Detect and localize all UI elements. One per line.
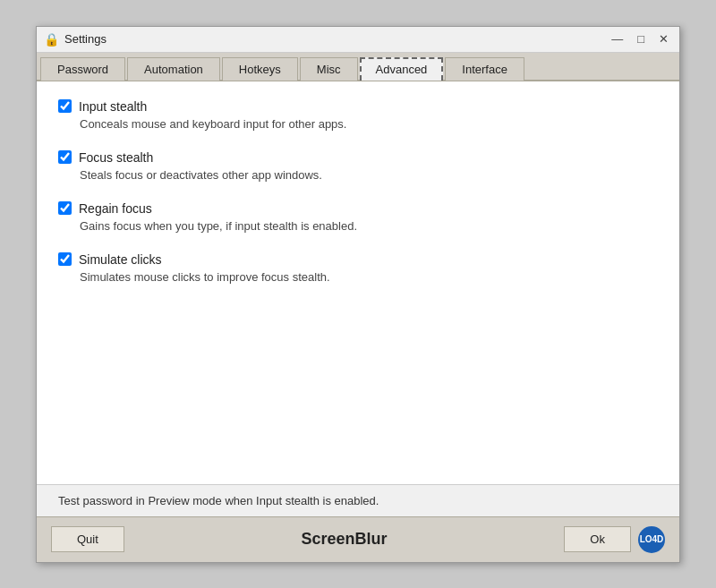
setting-simulate-clicks: Simulate clicks Simulates mouse clicks t…	[58, 252, 658, 284]
simulate-clicks-desc: Simulates mouse clicks to improve focus …	[80, 270, 658, 284]
simulate-clicks-checkbox[interactable]	[58, 252, 72, 266]
regain-focus-title: Regain focus	[79, 201, 152, 216]
input-stealth-checkbox[interactable]	[58, 99, 72, 113]
input-stealth-title: Input stealth	[79, 99, 147, 114]
tab-automation[interactable]: Automation	[127, 57, 220, 81]
brand-name: ScreenBlur	[302, 530, 388, 549]
setting-input-stealth: Input stealth Conceals mouse and keyboar…	[58, 99, 658, 131]
focus-stealth-title: Focus stealth	[79, 150, 153, 165]
tab-bar: Password Automation Hotkeys Misc Advance…	[37, 53, 679, 81]
ok-button[interactable]: Ok	[564, 526, 631, 552]
quit-button[interactable]: Quit	[51, 526, 124, 552]
tab-interface[interactable]: Interface	[445, 57, 524, 81]
title-bar: 🔒 Settings — □ ✕	[37, 27, 679, 53]
regain-focus-desc: Gains focus when you type, if input stea…	[80, 219, 658, 233]
settings-window: 🔒 Settings — □ ✕ Password Automation Hot…	[36, 26, 680, 563]
window-title: Settings	[64, 32, 107, 46]
input-stealth-desc: Conceals mouse and keyboard input for ot…	[80, 117, 658, 131]
tab-password[interactable]: Password	[40, 57, 125, 81]
tab-misc[interactable]: Misc	[300, 57, 358, 81]
regain-focus-label: Regain focus	[58, 201, 658, 216]
tab-hotkeys[interactable]: Hotkeys	[222, 57, 298, 81]
window-icon: 🔒	[44, 32, 59, 47]
input-stealth-label: Input stealth	[58, 99, 658, 114]
lo4d-logo: LO4D	[638, 526, 665, 553]
focus-stealth-checkbox[interactable]	[58, 150, 72, 164]
footer: Quit ScreenBlur Ok LO4D	[37, 516, 679, 562]
info-bar-text: Test password in Preview mode when Input…	[58, 494, 379, 507]
focus-stealth-desc: Steals focus or deactivates other app wi…	[80, 168, 658, 182]
close-button[interactable]: ✕	[655, 32, 672, 46]
simulate-clicks-title: Simulate clicks	[79, 252, 162, 267]
simulate-clicks-label: Simulate clicks	[58, 252, 658, 267]
settings-content: Input stealth Conceals mouse and keyboar…	[37, 81, 679, 484]
title-bar-left: 🔒 Settings	[44, 32, 107, 47]
focus-stealth-label: Focus stealth	[58, 150, 658, 165]
lo4d-logo-icon: LO4D	[638, 526, 665, 553]
setting-regain-focus: Regain focus Gains focus when you type, …	[58, 201, 658, 233]
maximize-button[interactable]: □	[634, 32, 648, 46]
title-bar-controls: — □ ✕	[608, 32, 672, 46]
setting-focus-stealth: Focus stealth Steals focus or deactivate…	[58, 150, 658, 182]
regain-focus-checkbox[interactable]	[58, 201, 72, 215]
info-bar: Test password in Preview mode when Input…	[37, 484, 679, 516]
minimize-button[interactable]: —	[608, 32, 626, 46]
tab-advanced[interactable]: Advanced	[360, 57, 444, 81]
